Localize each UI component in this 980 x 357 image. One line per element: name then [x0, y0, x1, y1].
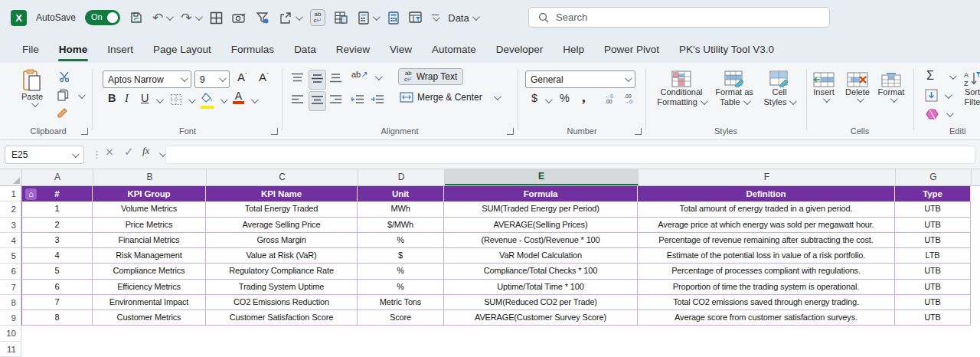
cell[interactable]: SUM(Traded Energy per Period) — [444, 201, 638, 217]
row-header-5[interactable]: 5 — [0, 248, 21, 264]
cell[interactable]: (Revenue - Cost)/Revenue * 100 — [444, 233, 638, 248]
conditional-formatting-button[interactable]: Conditional Formatting — [652, 70, 710, 106]
autosum-icon[interactable]: Σ — [926, 69, 934, 83]
cell[interactable]: % — [358, 264, 444, 279]
cell[interactable]: AVERAGE(Selling Prices) — [444, 218, 638, 233]
column-header-A[interactable]: A — [22, 169, 93, 185]
font-color-icon[interactable]: A — [233, 91, 244, 104]
cell[interactable]: Compliance Metrics — [93, 264, 206, 279]
align-right-icon[interactable] — [330, 93, 341, 107]
cell[interactable]: Percentage of processes compliant with r… — [638, 264, 895, 279]
camera-icon[interactable] — [232, 8, 247, 28]
tab-help[interactable]: Help — [553, 38, 594, 61]
format-as-table-button[interactable]: Format as Table — [710, 70, 758, 106]
tab-developer[interactable]: Developer — [486, 38, 554, 61]
column-header-D[interactable]: D — [358, 169, 445, 185]
grow-font-icon[interactable]: Aˆ — [237, 70, 247, 84]
tab-page-layout[interactable]: Page Layout — [143, 38, 221, 61]
formula-input[interactable] — [165, 146, 975, 164]
cell[interactable]: UTB — [895, 264, 971, 279]
align-center-icon[interactable] — [309, 91, 326, 111]
bold-button[interactable]: B — [108, 92, 116, 104]
row-header-6[interactable]: 6 — [0, 264, 21, 279]
row-header-8[interactable]: 8 — [0, 295, 21, 310]
borders-icon[interactable] — [170, 93, 182, 109]
tab-home[interactable]: Home — [49, 38, 98, 61]
cell[interactable]: AVERAGE(Customer Survey Score) — [444, 310, 638, 326]
increase-indent-icon[interactable] — [371, 93, 384, 107]
format-painter-icon[interactable] — [57, 107, 70, 123]
cell[interactable]: UTB — [895, 233, 971, 248]
row-header-3[interactable]: 3 — [0, 218, 21, 233]
table-header-cell[interactable]: Formula — [444, 186, 638, 201]
tab-formulas[interactable]: Formulas — [221, 38, 284, 61]
cell[interactable]: Gross Margin — [206, 233, 358, 248]
align-top-icon[interactable] — [292, 72, 303, 86]
font-dialog-launcher-icon[interactable] — [271, 128, 278, 135]
cell[interactable]: Uptime/Total Time * 100 — [444, 280, 638, 295]
clear-chevron-icon[interactable] — [946, 110, 954, 117]
cell[interactable]: % — [358, 233, 444, 248]
redo-icon[interactable]: ↷ — [181, 8, 200, 28]
tab-file[interactable]: File — [12, 38, 49, 61]
cell[interactable]: 7 — [21, 295, 93, 310]
cell[interactable]: $/MWh — [358, 218, 444, 233]
cell[interactable]: CO2 Emissions Reduction — [206, 295, 358, 310]
table-header-cell[interactable]: #⌂ — [21, 186, 93, 201]
table-header-cell[interactable]: KPI Name — [206, 186, 358, 201]
underline-button[interactable]: U — [141, 92, 149, 104]
cell[interactable]: $ — [358, 248, 444, 264]
currency-chevron-icon[interactable] — [545, 96, 553, 103]
align-middle-icon[interactable] — [309, 70, 326, 90]
calculator-alt-icon[interactable] — [387, 8, 400, 28]
cell[interactable]: UTB — [895, 218, 971, 233]
cell[interactable]: Regulatory Compliance Rate — [206, 264, 358, 279]
autosave-toggle[interactable]: On — [85, 10, 120, 25]
enter-icon[interactable]: ✓ — [124, 145, 134, 159]
cell[interactable]: Estimate of the potential loss in value … — [638, 248, 895, 264]
shrink-font-icon[interactable]: Aˇ — [259, 70, 269, 84]
more-commands-icon[interactable] — [432, 8, 439, 28]
orientation-chevron-icon[interactable] — [375, 73, 383, 80]
cell[interactable]: Average score from customer satisfaction… — [638, 310, 895, 326]
fill-down-icon[interactable] — [925, 89, 938, 105]
tab-power-pivot[interactable]: Power Pivot — [594, 38, 669, 61]
cell[interactable]: Compliance/Total Checks * 100 — [444, 264, 638, 279]
paste-button[interactable]: Paste — [15, 69, 49, 107]
column-header-C[interactable]: C — [207, 169, 358, 185]
cell[interactable]: 8 — [21, 310, 93, 326]
drag-handle-icon[interactable]: ⋮ — [92, 149, 102, 160]
table-header-cell[interactable]: Unit — [358, 186, 444, 201]
tab-insert[interactable]: Insert — [97, 38, 143, 61]
cell[interactable]: Metric Tons — [358, 295, 444, 310]
align-bottom-icon[interactable] — [330, 72, 341, 86]
table-filter-icon[interactable] — [409, 8, 423, 28]
cell[interactable]: Efficiency Metrics — [93, 280, 206, 295]
cell[interactable]: VaR Model Calculation — [444, 248, 638, 264]
cell[interactable]: LTB — [895, 248, 971, 264]
cell[interactable]: MWh — [358, 201, 444, 217]
insert-function-icon[interactable]: fx — [142, 145, 149, 157]
clipboard-dialog-launcher-icon[interactable] — [81, 128, 88, 135]
cell[interactable]: SUM(Reduced CO2 per Trade) — [444, 295, 638, 310]
table-header-cell[interactable]: Type — [895, 186, 971, 201]
row-header-10[interactable]: 10 — [0, 326, 21, 341]
clear-icon[interactable] — [926, 109, 939, 123]
wrap-text-button[interactable]: abc↵ Wrap Text — [398, 68, 463, 85]
cell[interactable]: UTB — [895, 280, 971, 295]
cell[interactable]: 2 — [21, 218, 93, 233]
increase-decimal-icon[interactable]: ←0.00 — [605, 93, 613, 104]
row-header-2[interactable]: 2 — [0, 201, 21, 217]
cell-styles-button[interactable]: Cell Styles — [760, 70, 799, 106]
column-header-F[interactable]: F — [639, 169, 896, 185]
font-name-combo[interactable]: Aptos Narrow — [103, 70, 191, 88]
cell[interactable]: Value at Risk (VaR) — [206, 248, 358, 264]
save-sync-icon[interactable] — [129, 8, 143, 28]
column-header-E[interactable]: E — [445, 169, 639, 185]
fill-color-chevron-icon[interactable] — [220, 96, 228, 103]
data-menu[interactable]: Data — [448, 12, 477, 24]
cell[interactable]: Trading System Uptime — [206, 280, 358, 295]
copy-chevron-icon[interactable] — [78, 91, 86, 99]
fill-chevron-icon[interactable] — [945, 91, 952, 99]
cell[interactable]: Financial Metrics — [93, 233, 206, 248]
